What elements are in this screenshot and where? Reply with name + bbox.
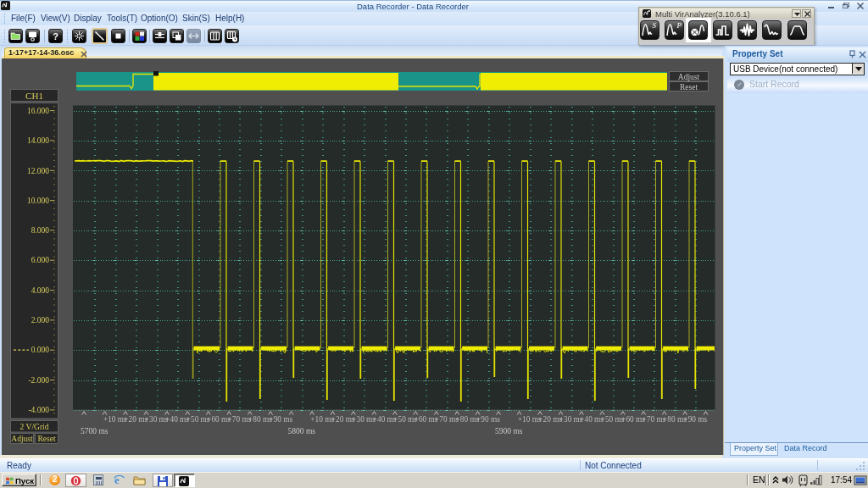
svg-text:Adjust: Adjust: [678, 73, 700, 81]
svg-text:-4.000: -4.000: [28, 406, 49, 414]
svg-text:14.000: 14.000: [27, 136, 49, 145]
svg-text:12.000: 12.000: [27, 167, 49, 175]
svg-text:+90 ms: +90 ms: [683, 415, 707, 424]
svg-text:10.000: 10.000: [27, 197, 49, 205]
svg-text:S: S: [653, 21, 657, 30]
svg-text:5800 ms: 5800 ms: [288, 427, 316, 435]
svg-text:6.000: 6.000: [31, 256, 50, 264]
svg-text:Adjust: Adjust: [11, 435, 33, 443]
svg-text:0.000: 0.000: [31, 346, 50, 354]
svg-text:CH1: CH1: [25, 91, 43, 101]
svg-text:+90 ms: +90 ms: [476, 415, 500, 424]
svg-text:5900 ms: 5900 ms: [495, 427, 523, 435]
svg-text:+90 ms: +90 ms: [269, 415, 292, 424]
svg-text:5700 ms: 5700 ms: [81, 427, 108, 435]
svg-text:16.000: 16.000: [27, 107, 49, 115]
svg-text:Reset: Reset: [37, 435, 55, 443]
svg-text:2.000: 2.000: [31, 316, 50, 324]
svg-text:2 V/Grid: 2 V/Grid: [20, 423, 49, 431]
svg-text:P: P: [676, 21, 682, 30]
svg-text:4.000: 4.000: [31, 286, 50, 295]
svg-text:-2.000: -2.000: [28, 376, 49, 385]
svg-text:8.000: 8.000: [31, 226, 50, 235]
svg-text:?: ?: [53, 31, 58, 42]
svg-text:Reset: Reset: [680, 83, 698, 92]
